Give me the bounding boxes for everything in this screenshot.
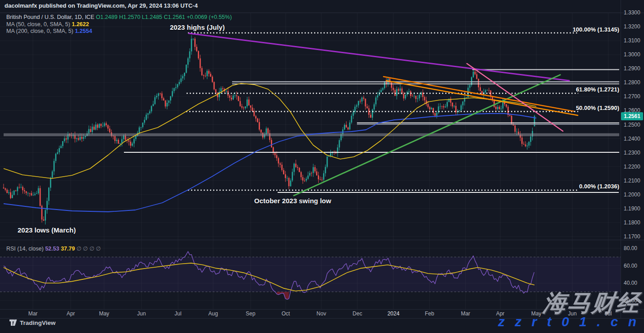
- tradingview-chart-window: dacolmanfx published on TradingView.com,…: [0, 0, 644, 333]
- time-axis-label-Oct[interactable]: Oct: [282, 310, 290, 317]
- time-axis-label-Sep[interactable]: Sep: [246, 310, 255, 317]
- time-axis-label-May[interactable]: May: [99, 310, 110, 317]
- tradingview-logo[interactable]: TradingView: [9, 319, 55, 326]
- time-axis-label-Aug[interactable]: Aug: [208, 310, 218, 317]
- price-axis-label-1.2300[interactable]: 1.2300: [624, 150, 640, 156]
- price-axis-label-1.1900[interactable]: 1.1900: [624, 205, 640, 212]
- price-axis-label-1.1800[interactable]: 1.1800: [624, 219, 640, 226]
- price-axis-label-1.3100[interactable]: 1.3100: [624, 37, 640, 44]
- fib-label-0: 100.00% (1.3145): [518, 26, 619, 33]
- price-axis-label-1.3200[interactable]: 1.3200: [624, 23, 640, 30]
- fib-label-1: 61.80% (1.2721): [518, 86, 619, 93]
- time-axis-label-Jun[interactable]: Jun: [568, 310, 576, 317]
- ohlc-values: O1.2489 H1.2570 L1.2485 C1.2561 +0.0069 …: [96, 14, 232, 20]
- ma200-value: 1.2554: [75, 28, 92, 34]
- price-axis-label-1.1700[interactable]: 1.1700: [624, 233, 640, 240]
- ma50-legend-row[interactable]: MA (50, close, 0, SMA, 5) 1.2622: [6, 21, 89, 27]
- price-axis-label-1.2500[interactable]: 1.2500: [624, 122, 640, 128]
- ma50-value: 1.2622: [72, 21, 89, 27]
- rsi-axis-label-20.00[interactable]: 20.00: [624, 297, 637, 304]
- fib-label-2: 50.00% (1.2590): [518, 105, 619, 111]
- rsi-legend-row[interactable]: RSI (14, close) 52.53 37.79 ∅ ∅ ∅ ∅: [6, 245, 101, 252]
- price-axis-label-1.3000[interactable]: 1.3000: [624, 51, 640, 58]
- time-axis-label-Dec[interactable]: Dec: [352, 310, 362, 317]
- time-axis-label-2024[interactable]: 2024: [388, 310, 400, 317]
- price-axis-label-1.2100[interactable]: 1.2100: [624, 178, 640, 184]
- annotation-1: 2023 lows (March): [18, 226, 76, 234]
- symbol-legend-row[interactable]: British Pound / U.S. Dollar, 1D, ICE O1.…: [6, 14, 232, 20]
- time-axis-label-Apr[interactable]: Apr: [67, 310, 75, 317]
- price-axis-label-1.2400[interactable]: 1.2400: [624, 136, 640, 142]
- rsi-axis-label-80.00[interactable]: 80.00: [624, 245, 637, 251]
- price-axis-label-1.2800[interactable]: 1.2800: [624, 79, 640, 86]
- price-axis-label-1.2000[interactable]: 1.2000: [624, 192, 640, 198]
- ma200-label: MA (200, close, 0, SMA, 5): [6, 28, 73, 34]
- rsi-axis-label-40.00[interactable]: 40.00: [624, 280, 637, 286]
- price-axis-label-1.2700[interactable]: 1.2700: [624, 93, 640, 100]
- price-axis-label-1.2600[interactable]: 1.2600: [624, 107, 640, 114]
- rsi-empty-slots: ∅ ∅ ∅ ∅: [77, 246, 101, 252]
- rsi-ma-value: 37.79: [61, 246, 75, 252]
- time-axis-label-May[interactable]: May: [531, 310, 542, 317]
- rsi-axis-label-60.00[interactable]: 60.00: [624, 263, 637, 269]
- time-axis-label-Mar[interactable]: Mar: [28, 310, 38, 317]
- chart-canvas[interactable]: [0, 0, 644, 333]
- rsi-value: 52.53: [45, 246, 59, 252]
- publisher-line: dacolmanfx published on TradingView.com,…: [5, 2, 198, 9]
- tradingview-logo-text: TradingView: [20, 319, 55, 326]
- price-axis-label-1.2200[interactable]: 1.2200: [624, 164, 640, 170]
- annotation-0: 2023 highs (July): [170, 23, 225, 31]
- ma200-legend-row[interactable]: MA (200, close, 0, SMA, 5) 1.2554: [6, 28, 92, 34]
- tradingview-logo-icon: [9, 319, 17, 326]
- time-axis-label-Feb[interactable]: Feb: [425, 310, 434, 317]
- symbol-title: British Pound / U.S. Dollar, 1D, ICE: [6, 14, 94, 20]
- time-axis-label-Jul[interactable]: Jul: [174, 310, 181, 317]
- time-axis-label-Mar[interactable]: Mar: [461, 310, 470, 317]
- price-axis-label-1.2900[interactable]: 1.2900: [624, 65, 640, 72]
- ma50-label: MA (50, close, 0, SMA, 5): [6, 21, 70, 27]
- time-axis-label-Jun[interactable]: Jun: [137, 310, 146, 317]
- price-axis-label-1.3300[interactable]: 1.3300: [624, 9, 640, 16]
- time-axis-label-Jul[interactable]: Jul: [605, 310, 612, 317]
- annotation-2: October 2023 swing low: [254, 197, 331, 205]
- time-axis-label-Apr[interactable]: Apr: [496, 310, 505, 317]
- time-axis-label-Nov[interactable]: Nov: [316, 310, 326, 317]
- rsi-label: RSI (14, close): [6, 246, 44, 252]
- fib-label-3: 0.00% (1.2036): [518, 183, 619, 190]
